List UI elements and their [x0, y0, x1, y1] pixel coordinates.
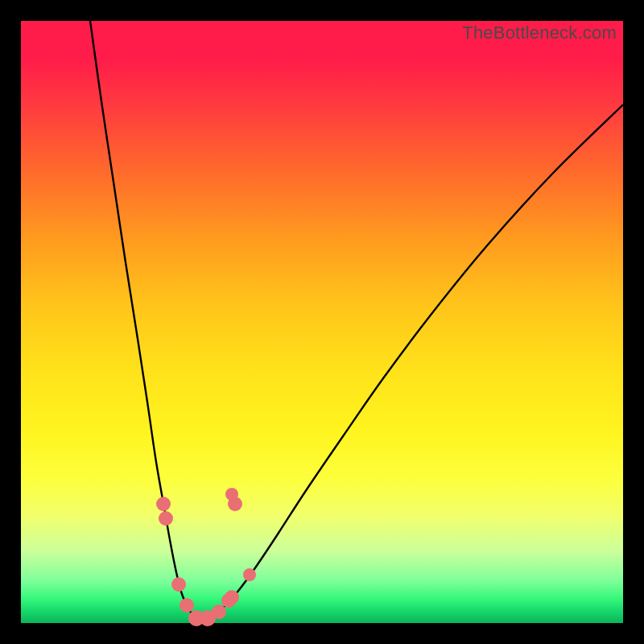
- curve-marker: [171, 577, 186, 592]
- bottleneck-curve: [90, 21, 623, 620]
- bottleneck-curve-svg: [21, 21, 623, 623]
- curve-marker: [243, 568, 256, 581]
- curve-marker: [225, 590, 239, 605]
- watermark-text: TheBottleneck.com: [462, 23, 617, 43]
- curve-marker: [156, 497, 171, 511]
- curve-marker: [225, 488, 238, 501]
- curve-marker: [180, 598, 194, 613]
- curve-marker: [212, 605, 226, 619]
- curve-markers: [156, 488, 256, 626]
- curve-marker: [159, 511, 173, 526]
- chart-frame: TheBottleneck.com: [21, 21, 623, 623]
